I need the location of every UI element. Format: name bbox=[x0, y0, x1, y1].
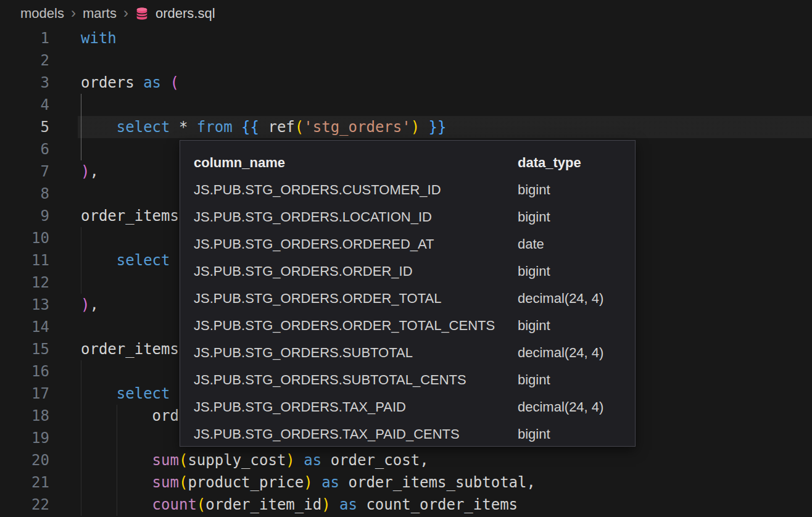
line-number[interactable]: 7 bbox=[0, 160, 49, 183]
line-number[interactable]: 16 bbox=[0, 360, 49, 383]
data-type-cell: date bbox=[518, 231, 635, 258]
code-text bbox=[49, 360, 81, 383]
line-number[interactable]: 22 bbox=[0, 494, 49, 516]
data-type-header: data_type bbox=[518, 149, 635, 176]
code-text bbox=[49, 427, 81, 449]
code-line[interactable]: 5 select * from {{ ref('stg_orders') }} bbox=[0, 116, 812, 138]
indent-guide-active bbox=[81, 94, 81, 160]
data-type-cell: decimal(24, 4) bbox=[518, 394, 635, 421]
code-line[interactable]: 2 bbox=[0, 49, 812, 72]
column-name-cell: JS.PUB.STG_ORDERS.ORDER_TOTAL_CENTS bbox=[194, 312, 518, 339]
line-number[interactable]: 14 bbox=[0, 316, 49, 338]
code-text: sum(product_price) as order_items_subtot… bbox=[49, 471, 536, 494]
column-name-cell: JS.PUB.STG_ORDERS.CUSTOMER_ID bbox=[194, 176, 518, 204]
hover-table-row: JS.PUB.STG_ORDERS.CUSTOMER_IDbigint bbox=[194, 176, 635, 204]
column-name-cell: JS.PUB.STG_ORDERS.LOCATION_ID bbox=[194, 204, 518, 231]
hover-table-row: JS.PUB.STG_ORDERS.ORDER_IDbigint bbox=[194, 258, 635, 285]
data-type-cell: decimal(24, 4) bbox=[518, 339, 635, 366]
column-name-cell: JS.PUB.STG_ORDERS.TAX_PAID bbox=[194, 394, 518, 421]
line-number[interactable]: 1 bbox=[0, 27, 49, 49]
line-number[interactable]: 9 bbox=[0, 205, 49, 227]
line-number[interactable]: 13 bbox=[0, 294, 49, 316]
code-text bbox=[49, 138, 81, 160]
column-name-cell: JS.PUB.STG_ORDERS.SUBTOTAL bbox=[194, 339, 518, 366]
code-text: sum(supply_cost) as order_cost, bbox=[49, 449, 429, 471]
hover-table-row: JS.PUB.STG_ORDERS.SUBTOTALdecimal(24, 4) bbox=[194, 339, 635, 366]
hover-table-row: JS.PUB.STG_ORDERS.ORDERED_ATdate bbox=[194, 231, 635, 258]
code-text: select bbox=[49, 383, 170, 405]
hover-table-row: JS.PUB.STG_ORDERS.LOCATION_IDbigint bbox=[194, 204, 635, 231]
code-text bbox=[49, 183, 81, 205]
code-line[interactable]: 3orders as ( bbox=[0, 72, 812, 94]
hover-popup: column_name data_type JS.PUB.STG_ORDERS.… bbox=[180, 140, 636, 447]
code-text bbox=[49, 49, 81, 72]
line-number[interactable]: 18 bbox=[0, 405, 49, 427]
line-number[interactable]: 8 bbox=[0, 183, 49, 205]
code-text bbox=[49, 227, 81, 249]
line-number[interactable]: 4 bbox=[0, 94, 49, 116]
hover-table-row: JS.PUB.STG_ORDERS.ORDER_TOTALdecimal(24,… bbox=[194, 285, 635, 312]
code-text bbox=[49, 316, 81, 338]
line-number[interactable]: 11 bbox=[0, 249, 49, 271]
line-number[interactable]: 5 bbox=[0, 116, 49, 138]
data-type-cell: bigint bbox=[518, 204, 635, 231]
code-text: count(order_item_id) as count_order_item… bbox=[49, 494, 518, 516]
line-number[interactable]: 17 bbox=[0, 383, 49, 405]
hover-table-row: JS.PUB.STG_ORDERS.SUBTOTAL_CENTSbigint bbox=[194, 366, 635, 394]
column-name-cell: JS.PUB.STG_ORDERS.ORDER_ID bbox=[194, 258, 518, 285]
line-number[interactable]: 21 bbox=[0, 471, 49, 494]
data-type-cell: bigint bbox=[518, 421, 635, 447]
line-number[interactable]: 6 bbox=[0, 138, 49, 160]
breadcrumb-item-marts[interactable]: marts bbox=[83, 6, 117, 22]
hover-table-row: JS.PUB.STG_ORDERS.ORDER_TOTAL_CENTSbigin… bbox=[194, 312, 635, 339]
code-text: select bbox=[49, 249, 170, 271]
code-text bbox=[49, 271, 81, 294]
column-name-header: column_name bbox=[194, 149, 518, 176]
indent-guide bbox=[81, 360, 81, 516]
hover-table-header: column_name data_type bbox=[194, 149, 635, 176]
code-editor[interactable]: 1with23orders as (45 select * from {{ re… bbox=[0, 27, 812, 517]
code-line[interactable]: 1with bbox=[0, 27, 812, 49]
line-number[interactable]: 20 bbox=[0, 449, 49, 471]
breadcrumb-file-orders-sql[interactable]: orders.sql bbox=[155, 6, 215, 22]
code-text: order_items bbox=[49, 338, 179, 360]
indent-guide bbox=[117, 405, 117, 516]
line-number[interactable]: 12 bbox=[0, 271, 49, 294]
column-name-cell: JS.PUB.STG_ORDERS.ORDER_TOTAL bbox=[194, 285, 518, 312]
data-type-cell: bigint bbox=[518, 312, 635, 339]
data-type-cell: bigint bbox=[518, 366, 635, 394]
code-text: orders as ( bbox=[49, 72, 179, 94]
code-text bbox=[49, 94, 81, 116]
database-icon bbox=[135, 7, 149, 20]
breadcrumb: models › marts › orders.sql bbox=[0, 0, 812, 27]
data-type-cell: bigint bbox=[518, 258, 635, 285]
code-line[interactable]: 20 sum(supply_cost) as order_cost, bbox=[0, 449, 812, 471]
indent-guide bbox=[81, 227, 81, 294]
code-line[interactable]: 4 bbox=[0, 94, 812, 116]
line-number[interactable]: 15 bbox=[0, 338, 49, 360]
line-number[interactable]: 3 bbox=[0, 72, 49, 94]
hover-table-body: JS.PUB.STG_ORDERS.CUSTOMER_IDbigintJS.PU… bbox=[194, 176, 635, 447]
code-text: with bbox=[49, 27, 117, 49]
code-line[interactable]: 22 count(order_item_id) as count_order_i… bbox=[0, 494, 812, 516]
column-name-cell: JS.PUB.STG_ORDERS.TAX_PAID_CENTS bbox=[194, 421, 518, 447]
data-type-cell: decimal(24, 4) bbox=[518, 285, 635, 312]
data-type-cell: bigint bbox=[518, 176, 635, 204]
breadcrumb-item-models[interactable]: models bbox=[20, 6, 64, 22]
line-number[interactable]: 19 bbox=[0, 427, 49, 449]
code-text: ord bbox=[49, 405, 179, 427]
chevron-right-icon: › bbox=[123, 6, 128, 20]
column-name-cell: JS.PUB.STG_ORDERS.SUBTOTAL_CENTS bbox=[194, 366, 518, 394]
column-name-cell: JS.PUB.STG_ORDERS.ORDERED_AT bbox=[194, 231, 518, 258]
code-text: ), bbox=[49, 294, 99, 316]
code-text: order_items bbox=[49, 205, 179, 227]
code-text: select * from {{ ref('stg_orders') }} bbox=[49, 116, 446, 138]
hover-table-row: JS.PUB.STG_ORDERS.TAX_PAID_CENTSbigint bbox=[194, 421, 635, 447]
chevron-right-icon: › bbox=[71, 6, 76, 20]
hover-table-row: JS.PUB.STG_ORDERS.TAX_PAIDdecimal(24, 4) bbox=[194, 394, 635, 421]
code-text: ), bbox=[49, 160, 99, 183]
line-number[interactable]: 10 bbox=[0, 227, 49, 249]
code-line[interactable]: 21 sum(product_price) as order_items_sub… bbox=[0, 471, 812, 494]
line-number[interactable]: 2 bbox=[0, 49, 49, 72]
